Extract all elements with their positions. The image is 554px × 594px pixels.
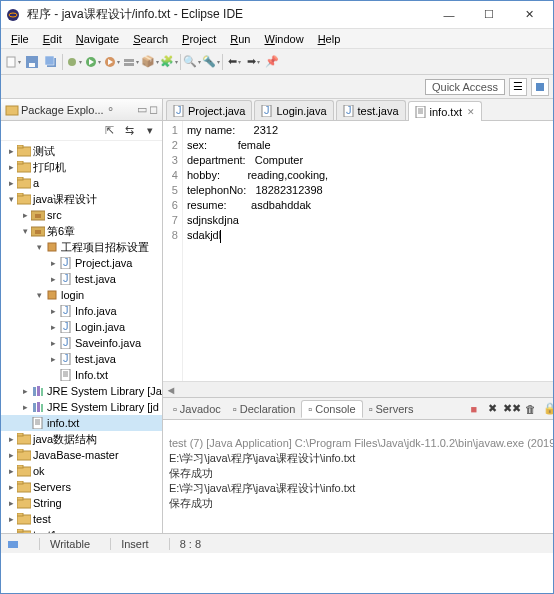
collapse-all-icon[interactable]: ⇱ <box>102 123 118 139</box>
tree-item[interactable]: ▸测试 <box>1 143 162 159</box>
tree-twisty-icon[interactable]: ▸ <box>47 354 59 364</box>
save-icon[interactable] <box>24 54 40 70</box>
tree-twisty-icon[interactable]: ▸ <box>5 530 17 533</box>
tree-item[interactable]: ▸打印机 <box>1 159 162 175</box>
editor-tab[interactable]: JProject.java <box>166 100 252 120</box>
menu-navigate[interactable]: Navigate <box>70 31 125 47</box>
menu-run[interactable]: Run <box>224 31 256 47</box>
pin-icon[interactable]: 📌 <box>264 54 280 70</box>
editor-tab[interactable]: info.txt✕ <box>408 101 482 121</box>
console-tab-declaration[interactable]: ▫Declaration <box>227 401 302 417</box>
tree-twisty-icon[interactable]: ▸ <box>47 306 59 316</box>
link-editor-icon[interactable]: ⇆ <box>122 123 138 139</box>
view-menu-dd-icon[interactable]: ▾ <box>142 123 158 139</box>
tree-twisty-icon[interactable]: ▸ <box>47 338 59 348</box>
quick-access-input[interactable]: Quick Access <box>425 79 505 95</box>
terminate-icon[interactable]: ■ <box>466 401 482 417</box>
scroll-left-icon[interactable]: ◄ <box>163 384 179 396</box>
clear-console-icon[interactable]: 🗑 <box>523 401 539 417</box>
console-tab-servers[interactable]: ▫Servers <box>363 401 420 417</box>
debug-icon[interactable] <box>66 54 82 70</box>
tree-twisty-icon[interactable]: ▸ <box>19 402 31 412</box>
tree-item[interactable]: ▾java课程设计 <box>1 191 162 207</box>
tree-item[interactable]: ▸java数据结构 <box>1 431 162 447</box>
tree-item[interactable]: ▸JLogin.java <box>1 319 162 335</box>
menu-window[interactable]: Window <box>258 31 309 47</box>
tree-twisty-icon[interactable]: ▸ <box>5 450 17 460</box>
menu-file[interactable]: File <box>5 31 35 47</box>
editor-tab[interactable]: JLogin.java <box>254 100 333 120</box>
search-icon[interactable]: 🔦 <box>203 54 219 70</box>
tree-item[interactable]: ▸Jtest.java <box>1 351 162 367</box>
tree-twisty-icon[interactable]: ▸ <box>5 162 17 172</box>
new-type-icon[interactable]: 🧩 <box>161 54 177 70</box>
nav-fwd-icon[interactable]: ➡ <box>245 54 261 70</box>
tree-item[interactable]: ▸JRE System Library [Ja <box>1 383 162 399</box>
new-icon[interactable] <box>5 54 21 70</box>
tree-item[interactable]: ▸JRE System Library [jd <box>1 399 162 415</box>
tree-item[interactable]: ▸JInfo.java <box>1 303 162 319</box>
tree-twisty-icon[interactable]: ▸ <box>47 274 59 284</box>
tree-twisty-icon[interactable]: ▾ <box>5 194 17 204</box>
server-icon[interactable] <box>123 54 139 70</box>
tree-twisty-icon[interactable]: ▸ <box>47 322 59 332</box>
console-output[interactable]: test (7) [Java Application] C:\Program F… <box>163 420 554 533</box>
minimize-button[interactable]: — <box>429 3 469 27</box>
tree-item[interactable]: ▸String <box>1 495 162 511</box>
tree-twisty-icon[interactable]: ▸ <box>19 210 31 220</box>
console-tab-javadoc[interactable]: ▫Javadoc <box>167 401 227 417</box>
tree-twisty-icon[interactable]: ▾ <box>19 226 31 236</box>
tree-twisty-icon[interactable]: ▾ <box>33 290 45 300</box>
menu-help[interactable]: Help <box>312 31 347 47</box>
minimize-view-icon[interactable]: ▭ <box>137 103 147 116</box>
editor-content[interactable]: my name: 2312sex: femaledepartment: Comp… <box>183 121 554 381</box>
tree-item[interactable]: ▸test1 <box>1 527 162 533</box>
text-editor[interactable]: 12345678 my name: 2312sex: femaledepartm… <box>163 121 554 381</box>
editor-hscrollbar[interactable]: ◄ ► <box>163 381 554 397</box>
tab-close-icon[interactable]: ✕ <box>467 107 475 117</box>
coverage-icon[interactable] <box>104 54 120 70</box>
java-perspective-button[interactable] <box>531 78 549 96</box>
tree-item[interactable]: ▾工程项目招标设置 <box>1 239 162 255</box>
open-type-icon[interactable]: 🔍 <box>184 54 200 70</box>
tree-item[interactable]: ▸test <box>1 511 162 527</box>
tree-item[interactable]: ▾login <box>1 287 162 303</box>
tree-twisty-icon[interactable]: ▸ <box>5 178 17 188</box>
remove-launch-icon[interactable]: ✖ <box>485 401 501 417</box>
tree-item[interactable]: Info.txt <box>1 367 162 383</box>
tree-item[interactable]: ▸JProject.java <box>1 255 162 271</box>
run-icon[interactable] <box>85 54 101 70</box>
maximize-view-icon[interactable]: ◻ <box>149 103 158 116</box>
save-all-icon[interactable] <box>43 54 59 70</box>
tree-twisty-icon[interactable]: ▸ <box>5 498 17 508</box>
tree-twisty-icon[interactable]: ▸ <box>47 258 59 268</box>
editor-tab[interactable]: Jtest.java <box>336 100 406 120</box>
remove-all-icon[interactable]: ✖✖ <box>504 401 520 417</box>
open-perspective-button[interactable]: ☰ <box>509 78 527 96</box>
new-package-icon[interactable]: 📦 <box>142 54 158 70</box>
view-menu-icon[interactable]: ⚬ <box>106 103 115 116</box>
close-button[interactable]: ✕ <box>509 3 549 27</box>
tree-item[interactable]: ▸src <box>1 207 162 223</box>
tree-item[interactable]: ▸JSaveinfo.java <box>1 335 162 351</box>
console-tab-console[interactable]: ▫Console <box>301 400 362 418</box>
tree-twisty-icon[interactable]: ▾ <box>33 242 45 252</box>
tree-twisty-icon[interactable]: ▸ <box>5 514 17 524</box>
menu-search[interactable]: Search <box>127 31 174 47</box>
tree-item[interactable]: info.txt <box>1 415 162 431</box>
tree-item[interactable]: ▸Servers <box>1 479 162 495</box>
tree-twisty-icon[interactable]: ▸ <box>19 386 31 396</box>
menu-edit[interactable]: Edit <box>37 31 68 47</box>
tree-twisty-icon[interactable]: ▸ <box>5 482 17 492</box>
nav-back-icon[interactable]: ⬅ <box>226 54 242 70</box>
tree-twisty-icon[interactable]: ▸ <box>5 466 17 476</box>
tree-item[interactable]: ▸JavaBase-master <box>1 447 162 463</box>
tree-item[interactable]: ▸a <box>1 175 162 191</box>
tree-item[interactable]: ▾第6章 <box>1 223 162 239</box>
tree-twisty-icon[interactable]: ▸ <box>5 434 17 444</box>
menu-project[interactable]: Project <box>176 31 222 47</box>
package-explorer-tree[interactable]: ▸测试▸打印机▸a▾java课程设计▸src▾第6章▾工程项目招标设置▸JPro… <box>1 141 162 533</box>
tree-item[interactable]: ▸ok <box>1 463 162 479</box>
scroll-lock-icon[interactable]: 🔒 <box>542 401 554 417</box>
tree-twisty-icon[interactable]: ▸ <box>5 146 17 156</box>
